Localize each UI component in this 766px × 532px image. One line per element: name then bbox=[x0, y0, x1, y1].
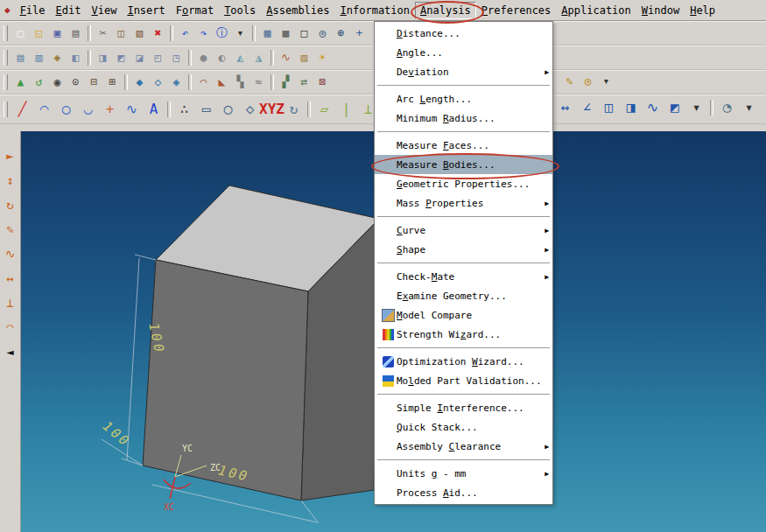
spline-icon[interactable]: ∿ bbox=[122, 99, 142, 119]
menu-item-quick-stack[interactable]: Quick Stack... bbox=[375, 417, 552, 437]
save-icon[interactable]: ▣ bbox=[49, 24, 66, 41]
constraint-tool-icon[interactable]: ⊥ bbox=[2, 294, 19, 312]
wireframe-display-icon[interactable]: □ bbox=[296, 24, 313, 41]
menu-item-check-mate[interactable]: Check-Mate▶ bbox=[375, 267, 552, 286]
section-view-icon[interactable]: ◮ bbox=[250, 49, 267, 66]
shell-icon[interactable]: ▚ bbox=[232, 74, 249, 90]
measure-distance-icon[interactable]: ↔ bbox=[555, 97, 575, 117]
menu-insert[interactable]: Insert bbox=[122, 2, 170, 19]
menu-item-measure-bodies[interactable]: Measure Bodies... bbox=[375, 155, 552, 174]
boss-icon[interactable]: ⊙ bbox=[67, 74, 84, 90]
text-curve-icon[interactable]: A bbox=[144, 99, 164, 119]
menu-item-strength-wizard[interactable]: Strength Wizard... bbox=[375, 325, 552, 344]
facet-mode-icon[interactable]: ◭ bbox=[232, 49, 249, 66]
layout-icon[interactable]: ▥ bbox=[31, 49, 47, 66]
subtract-icon[interactable]: ◇ bbox=[150, 74, 166, 90]
menu-item-minimum-radius[interactable]: Minimum Radius... bbox=[375, 108, 552, 128]
draft-dropdown-icon[interactable]: ▾ bbox=[739, 97, 759, 117]
toolbar-grip[interactable] bbox=[4, 25, 8, 41]
menu-help[interactable]: Help bbox=[685, 2, 720, 19]
profile-tool-icon[interactable]: ◠ bbox=[2, 318, 19, 336]
print-icon[interactable]: ▤ bbox=[67, 24, 84, 41]
arc-icon[interactable]: ◠ bbox=[34, 99, 54, 119]
menu-item-geometric-properties[interactable]: Geometric Properties... bbox=[375, 174, 552, 193]
rotate-tool-icon[interactable]: ↻ bbox=[2, 196, 19, 214]
menu-item-simple-interference[interactable]: Simple Interference... bbox=[375, 398, 552, 417]
menu-view[interactable]: View bbox=[86, 2, 122, 19]
menu-item-measure-faces[interactable]: Measure Faces... bbox=[375, 136, 552, 155]
toolbar-grip[interactable] bbox=[4, 50, 8, 66]
zoom-in-icon[interactable]: ⊕ bbox=[333, 24, 349, 41]
view-right-icon[interactable]: ◩ bbox=[113, 49, 130, 66]
menu-information[interactable]: Information bbox=[335, 2, 415, 19]
rectangle-icon[interactable]: ▭ bbox=[196, 99, 216, 119]
menu-item-units-g-mm[interactable]: Units g - mm▶ bbox=[375, 464, 552, 483]
menu-item-model-compare[interactable]: Model Compare bbox=[375, 305, 552, 325]
edge-blend-icon[interactable]: ◠ bbox=[195, 74, 212, 90]
menu-item-distance[interactable]: Distance... bbox=[375, 24, 552, 43]
menu-item-assembly-clearance[interactable]: Assembly Clearance▶ bbox=[375, 437, 552, 456]
info-dropdown-icon[interactable]: ▾ bbox=[232, 24, 249, 41]
menu-item-angle[interactable]: Angle... bbox=[375, 43, 552, 62]
dimension-depth-label[interactable]: 100 bbox=[100, 418, 134, 451]
menu-preferences[interactable]: Preferences bbox=[476, 2, 556, 19]
menu-application[interactable]: Application bbox=[556, 2, 636, 19]
toolbar-grip[interactable] bbox=[4, 102, 8, 117]
material-icon[interactable]: ▨ bbox=[296, 49, 313, 66]
copy-icon[interactable]: ◫ bbox=[113, 24, 130, 41]
paste-icon[interactable]: ▧ bbox=[131, 24, 148, 41]
lighting-icon[interactable]: ☀ bbox=[314, 49, 331, 66]
view-left-icon[interactable]: ◳ bbox=[168, 49, 185, 66]
menu-item-mass-properties[interactable]: Mass Properties▶ bbox=[375, 193, 552, 213]
menu-item-process-aid[interactable]: Process Aid... bbox=[375, 483, 552, 502]
instance-array-icon[interactable]: ▞ bbox=[278, 74, 294, 90]
ellipse-icon[interactable]: ◯ bbox=[218, 99, 238, 119]
unite-icon[interactable]: ◆ bbox=[131, 74, 148, 90]
curve-analysis-icon[interactable]: ∿ bbox=[643, 97, 663, 117]
menu-edit[interactable]: Edit bbox=[51, 2, 87, 19]
view-back-icon[interactable]: ◰ bbox=[150, 49, 166, 66]
point-set-icon[interactable]: ∴ bbox=[174, 99, 194, 119]
menu-tools[interactable]: Tools bbox=[219, 2, 261, 19]
selection-filter-icon[interactable]: ► bbox=[2, 147, 19, 164]
shaded-mode-icon[interactable]: ● bbox=[195, 49, 212, 66]
pocket-icon[interactable]: ⊟ bbox=[86, 74, 102, 90]
menu-item-molded-part-validation[interactable]: Molded Part Validation... bbox=[375, 371, 552, 390]
mirror-feature-icon[interactable]: ⇄ bbox=[296, 74, 313, 90]
feature-dropdown-icon[interactable]: ▾ bbox=[598, 73, 615, 89]
measure-body-icon[interactable]: ◫ bbox=[599, 97, 619, 117]
menu-analysis[interactable]: Analysis bbox=[415, 2, 476, 19]
menu-item-deviation[interactable]: Deviation▶ bbox=[375, 62, 552, 81]
pan-icon[interactable]: + bbox=[351, 24, 368, 41]
point-constructor-icon[interactable]: XYZ bbox=[262, 99, 282, 119]
menu-item-arc-length[interactable]: Arc Length... bbox=[375, 89, 552, 108]
toolbar-grip[interactable] bbox=[4, 74, 8, 90]
hole-icon[interactable]: ◉ bbox=[49, 74, 66, 90]
collapse-rail-icon[interactable]: ◄ bbox=[2, 343, 19, 360]
menu-file[interactable]: File bbox=[15, 2, 51, 19]
wcs-rotate-arc[interactable] bbox=[164, 480, 191, 488]
cut-icon[interactable]: ✂ bbox=[95, 24, 111, 41]
menu-assemblies[interactable]: Assemblies bbox=[261, 2, 334, 19]
revolve-icon[interactable]: ↺ bbox=[31, 74, 47, 90]
thread-icon[interactable]: ≈ bbox=[250, 74, 267, 90]
open-file-icon[interactable]: ◱ bbox=[31, 24, 47, 41]
face-analysis-icon[interactable]: ◩ bbox=[664, 97, 685, 117]
info-icon[interactable]: ⓘ bbox=[214, 24, 230, 41]
view-front-icon[interactable]: ◨ bbox=[95, 49, 111, 66]
wcs-display-icon[interactable]: ◈ bbox=[49, 49, 66, 66]
dimension-tool-icon[interactable]: ↔ bbox=[2, 270, 19, 287]
new-file-icon[interactable]: ▢ bbox=[12, 24, 29, 41]
extrude-icon[interactable]: ▲ bbox=[12, 74, 29, 90]
pan-tool-icon[interactable]: ↕ bbox=[2, 172, 19, 189]
trim-body-icon[interactable]: ⊠ bbox=[314, 74, 331, 90]
circle-icon[interactable]: ○ bbox=[56, 99, 76, 119]
undo-icon[interactable]: ↶ bbox=[177, 24, 193, 41]
zoom-icon[interactable]: ◎ bbox=[314, 24, 331, 41]
shaded-display-icon[interactable]: ■ bbox=[278, 24, 294, 41]
menu-item-curve[interactable]: Curve▶ bbox=[375, 220, 552, 240]
axis-xc-label[interactable]: XC bbox=[164, 502, 174, 512]
menu-item-shape[interactable]: Shape▶ bbox=[375, 240, 552, 259]
point-icon[interactable]: + bbox=[100, 99, 120, 119]
analysis-dropdown-icon[interactable]: ▾ bbox=[686, 97, 706, 117]
